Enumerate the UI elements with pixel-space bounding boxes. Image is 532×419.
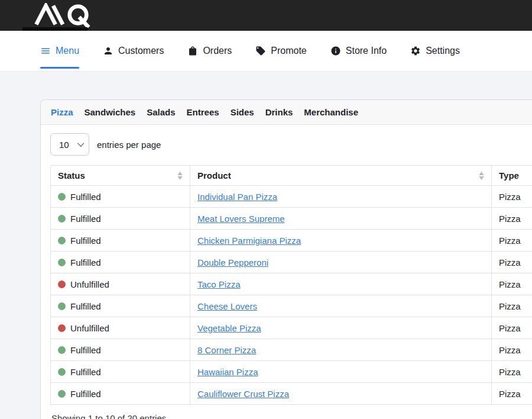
status-label: Fulfilled (70, 192, 101, 202)
table-row: Fulfilled Cauliflower Crust Pizza Pizza (51, 383, 532, 405)
type-cell: Pizza (492, 186, 532, 208)
product-link[interactable]: Double Pepperoni (197, 257, 268, 267)
nav-item-label: Store Info (346, 46, 387, 56)
status-label: Fulfilled (70, 236, 101, 246)
status-dot-icon (58, 324, 66, 332)
nav-item-label: Menu (56, 46, 79, 56)
product-link[interactable]: Chicken Parmigiana Pizza (197, 236, 301, 246)
type-cell: Pizza (492, 383, 532, 405)
status-label: Fulfilled (70, 389, 101, 399)
type-cell: Pizza (492, 230, 532, 252)
nav-item-orders[interactable]: Orders (187, 31, 232, 71)
status-dot-icon (58, 368, 66, 376)
status-dot-icon (58, 390, 66, 398)
column-header-product[interactable]: Product (190, 166, 492, 186)
table-row: Fulfilled Hawaiian Pizza Pizza (51, 361, 532, 383)
column-header-label: Status (58, 170, 85, 181)
nav-item-label: Promote (271, 46, 306, 56)
product-link[interactable]: 8 Corner Pizza (197, 345, 256, 355)
tab-salads[interactable]: Salads (147, 107, 175, 117)
card-body: 10 entries per page Status Product (41, 125, 532, 419)
tab-sandwiches[interactable]: Sandwiches (85, 107, 136, 117)
product-link[interactable]: Vegetable Pizza (197, 323, 261, 333)
nav-item-label: Customers (118, 46, 164, 56)
column-header-type[interactable]: Type (492, 166, 532, 186)
sort-icon (177, 172, 183, 180)
column-header-label: Product (197, 170, 231, 181)
tab-entrees[interactable]: Entrees (187, 107, 219, 117)
type-cell: Pizza (492, 339, 532, 361)
tab-sides[interactable]: Sides (231, 107, 254, 117)
tab-drinks[interactable]: Drinks (265, 107, 293, 117)
nav-item-menu[interactable]: Menu (40, 31, 79, 71)
page-content: Pizza Sandwiches Salads Entrees Sides Dr… (0, 72, 532, 419)
category-tabs: Pizza Sandwiches Salads Entrees Sides Dr… (41, 100, 532, 125)
entries-per-page-label: entries per page (97, 140, 161, 150)
type-cell: Pizza (492, 208, 532, 230)
tab-merchandise[interactable]: Merchandise (304, 107, 358, 117)
hamburger-icon (40, 46, 51, 56)
type-cell: Pizza (492, 295, 532, 317)
app-header (0, 0, 532, 31)
table-row: Fulfilled Individual Pan Pizza Pizza (51, 186, 532, 208)
table-row: Fulfilled Double Pepperoni Pizza (51, 252, 532, 273)
tag-icon (255, 46, 266, 56)
table-row: Fulfilled Cheese Lovers Pizza (51, 295, 532, 317)
product-link[interactable]: Taco Pizza (197, 279, 241, 289)
status-dot-icon (58, 346, 66, 354)
table-body: Fulfilled Individual Pan Pizza Pizza Ful… (51, 186, 532, 405)
info-icon (330, 46, 341, 56)
product-link[interactable]: Cheese Lovers (197, 301, 257, 311)
product-link[interactable]: Individual Pan Pizza (197, 192, 277, 202)
menu-card: Pizza Sandwiches Salads Entrees Sides Dr… (40, 99, 532, 419)
sort-icon (479, 172, 484, 180)
status-dot-icon (58, 215, 66, 223)
nav-item-label: Settings (426, 46, 460, 56)
column-header-status[interactable]: Status (51, 166, 190, 186)
table-row: Fulfilled 8 Corner Pizza Pizza (51, 339, 532, 361)
status-dot-icon (58, 193, 66, 201)
status-label: Unfulfilled (70, 279, 109, 289)
column-header-label: Type (499, 170, 519, 181)
bag-icon (187, 46, 198, 56)
table-row: Fulfilled Meat Lovers Supreme Pizza (51, 208, 532, 230)
person-icon (103, 46, 113, 56)
status-label: Fulfilled (70, 214, 101, 224)
status-dot-icon (58, 281, 66, 288)
product-link[interactable]: Hawaiian Pizza (197, 367, 258, 377)
status-dot-icon (58, 259, 66, 266)
status-label: Fulfilled (70, 301, 101, 311)
status-label: Fulfilled (70, 367, 101, 377)
type-cell: Pizza (492, 361, 532, 383)
brand-logo (33, 3, 99, 28)
status-label: Unfulfilled (70, 323, 109, 333)
page-size-row: 10 entries per page (50, 133, 532, 156)
products-table: Status Product Type (50, 165, 532, 405)
table-summary: Showing 1 to 10 of 20 entries (50, 413, 532, 419)
primary-nav: Menu Customers Orders Promote Store Info… (0, 31, 532, 72)
aiq-logo-icon (33, 3, 99, 28)
nav-item-label: Orders (203, 46, 232, 56)
table-row: Fulfilled Chicken Parmigiana Pizza Pizza (51, 230, 532, 252)
status-dot-icon (58, 237, 66, 244)
table-row: Unfulfilled Taco Pizza Pizza (51, 273, 532, 295)
nav-item-store-info[interactable]: Store Info (330, 31, 387, 71)
nav-item-promote[interactable]: Promote (255, 31, 306, 71)
nav-item-customers[interactable]: Customers (103, 31, 164, 71)
table-row: Unfulfilled Vegetable Pizza Pizza (51, 317, 532, 339)
page-size-select-wrap: 10 (50, 133, 89, 156)
product-link[interactable]: Meat Lovers Supreme (197, 214, 285, 224)
status-label: Fulfilled (70, 257, 101, 267)
type-cell: Pizza (492, 317, 532, 339)
type-cell: Pizza (492, 252, 532, 273)
nav-item-settings[interactable]: Settings (410, 31, 460, 71)
page-size-select[interactable]: 10 (50, 133, 89, 156)
status-label: Fulfilled (70, 345, 101, 355)
tab-pizza[interactable]: Pizza (51, 107, 73, 117)
type-cell: Pizza (492, 273, 532, 295)
status-dot-icon (58, 302, 66, 310)
table-header-row: Status Product Type (51, 166, 532, 186)
product-link[interactable]: Cauliflower Crust Pizza (197, 389, 289, 399)
gear-icon (410, 46, 421, 56)
